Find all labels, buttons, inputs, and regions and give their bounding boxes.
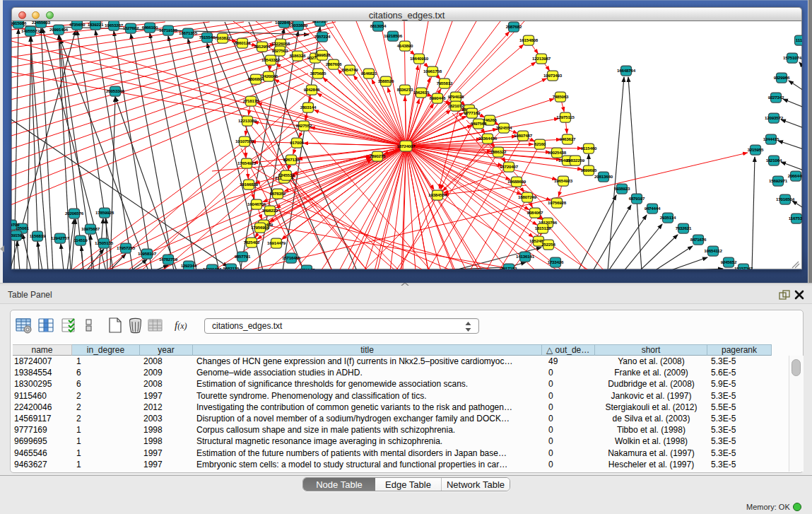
svg-text:2718170: 2718170 bbox=[243, 98, 259, 103]
svg-text:3215955: 3215955 bbox=[748, 147, 764, 152]
svg-text:7357224: 7357224 bbox=[314, 34, 331, 39]
svg-text:1112: 1112 bbox=[796, 37, 802, 42]
svg-text:1245539: 1245539 bbox=[278, 173, 295, 177]
svg-text:1815132: 1815132 bbox=[535, 226, 551, 230]
svg-text:7955812: 7955812 bbox=[437, 81, 453, 86]
svg-text:4143890: 4143890 bbox=[397, 43, 413, 48]
svg-text:8912954: 8912954 bbox=[254, 44, 271, 49]
svg-text:10961758: 10961758 bbox=[423, 69, 442, 74]
svg-text:10107553: 10107553 bbox=[235, 139, 254, 144]
svg-text:252254: 252254 bbox=[541, 242, 555, 247]
svg-text:19299464: 19299464 bbox=[203, 267, 222, 269]
svg-text:10654112: 10654112 bbox=[704, 248, 722, 253]
svg-text:7886322: 7886322 bbox=[490, 149, 507, 154]
svg-text:12213987: 12213987 bbox=[532, 56, 551, 61]
svg-text:1621064: 1621064 bbox=[766, 158, 782, 163]
svg-text:18807249: 18807249 bbox=[518, 194, 537, 199]
svg-text:10688609: 10688609 bbox=[507, 179, 526, 184]
svg-text:20813640: 20813640 bbox=[594, 174, 613, 179]
svg-text:10958107: 10958107 bbox=[138, 251, 157, 256]
svg-text:3875685: 3875685 bbox=[310, 71, 326, 76]
svg-text:10653287: 10653287 bbox=[105, 23, 124, 28]
svg-text:9245652: 9245652 bbox=[721, 259, 737, 264]
svg-text:15716485: 15716485 bbox=[282, 255, 301, 260]
svg-text:6466100: 6466100 bbox=[142, 25, 158, 30]
svg-text:9474444: 9474444 bbox=[645, 206, 661, 211]
svg-text:14055572: 14055572 bbox=[21, 28, 40, 33]
svg-text:2867608: 2867608 bbox=[326, 62, 342, 66]
svg-text:16914479: 16914479 bbox=[267, 240, 286, 245]
svg-text:10543382: 10543382 bbox=[261, 57, 281, 62]
svg-text:2935114: 2935114 bbox=[660, 215, 676, 220]
svg-text:19166829: 19166829 bbox=[240, 182, 259, 187]
svg-text:20991406: 20991406 bbox=[49, 27, 69, 32]
svg-text:3917183: 3917183 bbox=[501, 266, 517, 269]
svg-text:7485063: 7485063 bbox=[553, 94, 569, 99]
svg-text:19756928: 19756928 bbox=[548, 200, 567, 205]
svg-text:8813054: 8813054 bbox=[370, 23, 387, 28]
svg-text:3824554: 3824554 bbox=[496, 125, 512, 130]
svg-text:16648764: 16648764 bbox=[617, 68, 636, 73]
svg-text:12213389: 12213389 bbox=[238, 118, 257, 123]
svg-text:16154808: 16154808 bbox=[519, 37, 539, 42]
svg-text:1999828: 1999828 bbox=[314, 52, 331, 57]
svg-text:9777169: 9777169 bbox=[464, 110, 481, 115]
svg-text:6497568: 6497568 bbox=[471, 121, 487, 126]
svg-text:8427552: 8427552 bbox=[296, 123, 312, 128]
svg-text:8806804: 8806804 bbox=[248, 76, 264, 81]
svg-text:9857791: 9857791 bbox=[235, 254, 251, 259]
svg-text:17654923: 17654923 bbox=[237, 160, 257, 165]
svg-text:1156819: 1156819 bbox=[30, 233, 46, 238]
svg-text:1244415: 1244415 bbox=[763, 136, 779, 141]
svg-text:9115460: 9115460 bbox=[581, 146, 597, 151]
svg-text:2066449: 2066449 bbox=[788, 173, 802, 178]
svg-text:10807487: 10807487 bbox=[514, 133, 533, 138]
svg-text:19218506: 19218506 bbox=[384, 33, 403, 38]
svg-text:18724007: 18724007 bbox=[397, 144, 416, 148]
svg-text:12505135: 12505135 bbox=[95, 240, 114, 245]
svg-text:9242845: 9242845 bbox=[304, 87, 320, 92]
svg-text:8186328: 8186328 bbox=[290, 53, 306, 58]
svg-text:1562615: 1562615 bbox=[413, 90, 430, 95]
svg-text:7163822: 7163822 bbox=[215, 35, 231, 40]
svg-text:114519: 114519 bbox=[73, 238, 88, 243]
svg-text:9794028: 9794028 bbox=[448, 94, 464, 99]
svg-text:13226058: 13226058 bbox=[271, 41, 290, 46]
svg-text:5938923: 5938923 bbox=[614, 186, 630, 191]
svg-text:2890275: 2890275 bbox=[370, 153, 386, 158]
svg-text:8489709: 8489709 bbox=[11, 222, 20, 227]
svg-text:2803144: 2803144 bbox=[300, 105, 317, 110]
svg-text:4735650: 4735650 bbox=[69, 22, 86, 27]
svg-text:2087682: 2087682 bbox=[506, 24, 522, 29]
svg-text:9699695: 9699695 bbox=[581, 168, 597, 173]
svg-text:15157347: 15157347 bbox=[734, 266, 753, 269]
svg-text:8990448: 8990448 bbox=[430, 95, 446, 100]
svg-text:1167533: 1167533 bbox=[789, 216, 802, 221]
svg-text:17016504: 17016504 bbox=[776, 197, 795, 201]
svg-text:9217207: 9217207 bbox=[312, 21, 329, 23]
svg-text:1839221: 1839221 bbox=[88, 22, 104, 27]
svg-text:9463627: 9463627 bbox=[560, 136, 576, 141]
svg-text:3498222: 3498222 bbox=[262, 208, 278, 213]
svg-text:19654923: 19654923 bbox=[554, 178, 573, 183]
svg-text:9915086: 9915086 bbox=[11, 21, 27, 25]
svg-text:917006: 917006 bbox=[290, 140, 304, 145]
svg-text:15720407: 15720407 bbox=[500, 164, 519, 169]
svg-text:1733426: 1733426 bbox=[548, 259, 564, 264]
svg-text:9146821: 9146821 bbox=[361, 71, 377, 76]
svg-text:10973493: 10973493 bbox=[543, 73, 563, 78]
svg-text:19384554: 19384554 bbox=[428, 192, 447, 197]
svg-text:20053346: 20053346 bbox=[106, 88, 125, 93]
svg-text:12942757: 12942757 bbox=[51, 235, 70, 240]
svg-text:19832259: 19832259 bbox=[566, 158, 585, 163]
svg-text:39159: 39159 bbox=[11, 233, 23, 238]
svg-text:20364436: 20364436 bbox=[478, 136, 498, 141]
svg-text:62160: 62160 bbox=[534, 141, 546, 146]
svg-text:17957255: 17957255 bbox=[117, 245, 136, 250]
svg-text:10719185: 10719185 bbox=[159, 28, 178, 33]
svg-text:9329966: 9329966 bbox=[774, 75, 790, 80]
svg-text:7515546: 7515546 bbox=[199, 35, 216, 40]
svg-text:18640910: 18640910 bbox=[410, 56, 429, 61]
svg-text:7632621: 7632621 bbox=[676, 226, 692, 230]
svg-text:18671355: 18671355 bbox=[179, 30, 198, 35]
